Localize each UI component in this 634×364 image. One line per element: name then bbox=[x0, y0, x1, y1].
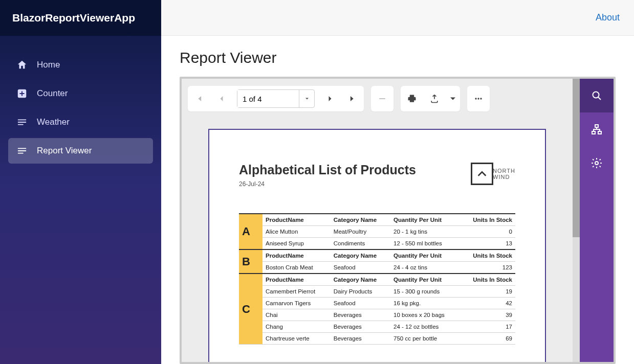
nav-item-weather[interactable]: Weather bbox=[8, 109, 153, 135]
nav-item-counter[interactable]: Counter bbox=[8, 81, 153, 106]
table-row: Camembert PierrotDairy Products15 - 300 … bbox=[239, 286, 515, 298]
topbar: About bbox=[161, 0, 634, 36]
settings-panel-button[interactable] bbox=[580, 146, 614, 180]
svg-rect-8 bbox=[598, 131, 601, 134]
logo-line2: WIND bbox=[493, 174, 515, 180]
export-button[interactable] bbox=[423, 86, 446, 111]
cell-qty: 20 - 1 kg tins bbox=[390, 226, 460, 238]
scrollbar-thumb[interactable] bbox=[573, 79, 580, 237]
cell-qty: 750 cc per bottle bbox=[390, 333, 460, 345]
side-tool-panel bbox=[580, 79, 614, 362]
cell-qty: 15 - 300 g rounds bbox=[390, 286, 460, 298]
group-letter: C bbox=[239, 274, 263, 345]
col-qty: Quantity Per Unit bbox=[390, 274, 460, 286]
report-date: 26-Jul-24 bbox=[239, 180, 416, 188]
chevron-down-icon bbox=[448, 94, 458, 104]
cell-stock: 123 bbox=[460, 262, 515, 274]
svg-point-3 bbox=[477, 98, 479, 99]
svg-point-9 bbox=[595, 162, 598, 165]
cell-stock: 17 bbox=[460, 321, 515, 333]
more-button[interactable] bbox=[467, 86, 490, 111]
cell-category: Dairy Products bbox=[331, 286, 390, 298]
nav-item-label: Weather bbox=[37, 117, 70, 127]
svg-point-5 bbox=[593, 92, 599, 98]
col-category: Category Name bbox=[331, 214, 390, 226]
nav: Home Counter Weather Report Viewer bbox=[0, 46, 161, 170]
first-page-icon bbox=[194, 94, 204, 104]
export-dropdown-button[interactable] bbox=[446, 86, 460, 111]
report-title: Alphabetical List of Products bbox=[239, 163, 416, 177]
col-product: ProductName bbox=[263, 214, 331, 226]
sitemap-icon bbox=[591, 123, 603, 135]
table-row: Alice MuttonMeat/Poultry20 - 1 kg tins0 bbox=[239, 226, 515, 238]
report-table: AProductNameCategory NameQuantity Per Un… bbox=[239, 213, 515, 345]
cell-category: Beverages bbox=[331, 309, 390, 321]
viewer-toolbar bbox=[182, 79, 573, 119]
zoom-out-button[interactable] bbox=[371, 86, 393, 111]
col-category: Category Name bbox=[331, 274, 390, 286]
report-logo: NORTH WIND bbox=[471, 163, 515, 185]
search-icon bbox=[591, 89, 603, 102]
cell-product: Camembert Pierrot bbox=[263, 286, 331, 298]
brand-title: BlazorReportViewerApp bbox=[0, 0, 161, 36]
cell-category: Beverages bbox=[331, 333, 390, 345]
col-stock: Units In Stock bbox=[460, 214, 515, 226]
report-scroll[interactable]: Alphabetical List of Products 26-Jul-24 … bbox=[182, 119, 573, 362]
chevron-down-icon bbox=[304, 96, 310, 102]
prev-page-button[interactable] bbox=[210, 86, 233, 111]
about-link[interactable]: About bbox=[596, 12, 620, 23]
chevron-left-icon bbox=[216, 94, 227, 104]
svg-rect-1 bbox=[379, 98, 385, 99]
cell-qty: 12 - 550 ml bottles bbox=[390, 238, 460, 250]
table-row: Carnarvon TigersSeafood16 kg pkg.42 bbox=[239, 298, 515, 309]
cell-product: Carnarvon Tigers bbox=[263, 298, 331, 309]
main: About Report Viewer bbox=[161, 0, 634, 364]
col-stock: Units In Stock bbox=[460, 274, 515, 286]
cell-stock: 13 bbox=[460, 238, 515, 250]
table-row: Aniseed SyrupCondiments12 - 550 ml bottl… bbox=[239, 238, 515, 250]
cell-category: Seafood bbox=[331, 298, 390, 309]
sidebar: BlazorReportViewerApp Home Counter Weath… bbox=[0, 0, 161, 364]
col-qty: Quantity Per Unit bbox=[390, 249, 460, 262]
page-input[interactable] bbox=[237, 90, 299, 107]
cell-category: Condiments bbox=[331, 238, 390, 250]
col-product: ProductName bbox=[263, 274, 331, 286]
next-page-button[interactable] bbox=[319, 86, 341, 111]
page: Report Viewer bbox=[161, 36, 634, 364]
print-button[interactable] bbox=[401, 86, 423, 111]
page-title: Report Viewer bbox=[180, 49, 616, 66]
cell-stock: 0 bbox=[460, 226, 515, 238]
cell-qty: 16 kg pkg. bbox=[390, 298, 460, 309]
cell-category: Seafood bbox=[331, 262, 390, 274]
page-dropdown-button[interactable] bbox=[299, 90, 314, 107]
home-icon bbox=[16, 59, 28, 71]
table-row: ChaiBeverages10 boxes x 20 bags39 bbox=[239, 309, 515, 321]
svg-point-4 bbox=[480, 98, 482, 99]
table-row: Boston Crab MeatSeafood24 - 4 oz tins123 bbox=[239, 262, 515, 274]
cell-product: Alice Mutton bbox=[263, 226, 331, 238]
report-viewer-frame: Alphabetical List of Products 26-Jul-24 … bbox=[180, 77, 616, 364]
nav-item-report-viewer[interactable]: Report Viewer bbox=[8, 138, 153, 164]
cell-category: Beverages bbox=[331, 321, 390, 333]
nav-item-home[interactable]: Home bbox=[8, 52, 153, 78]
logo-line1: NORTH bbox=[493, 168, 515, 174]
print-icon bbox=[407, 94, 417, 104]
gear-icon bbox=[591, 157, 603, 169]
cell-qty: 24 - 12 oz bottles bbox=[390, 321, 460, 333]
table-row: Chartreuse verteBeverages750 cc per bott… bbox=[239, 333, 515, 345]
cell-product: Aniseed Syrup bbox=[263, 238, 331, 250]
viewer-main: Alphabetical List of Products 26-Jul-24 … bbox=[182, 79, 573, 362]
cell-product: Boston Crab Meat bbox=[263, 262, 331, 274]
chevron-right-icon bbox=[325, 94, 335, 104]
document-map-button[interactable] bbox=[580, 112, 614, 146]
search-panel-button[interactable] bbox=[580, 79, 614, 112]
plus-square-icon bbox=[16, 88, 28, 99]
vertical-scrollbar[interactable] bbox=[573, 79, 580, 362]
more-group bbox=[467, 86, 490, 111]
first-page-button[interactable] bbox=[188, 86, 210, 111]
list-icon bbox=[16, 145, 28, 156]
export-icon bbox=[429, 94, 440, 104]
col-stock: Units In Stock bbox=[460, 249, 515, 262]
last-page-button[interactable] bbox=[341, 86, 364, 111]
cell-product: Chang bbox=[263, 321, 331, 333]
